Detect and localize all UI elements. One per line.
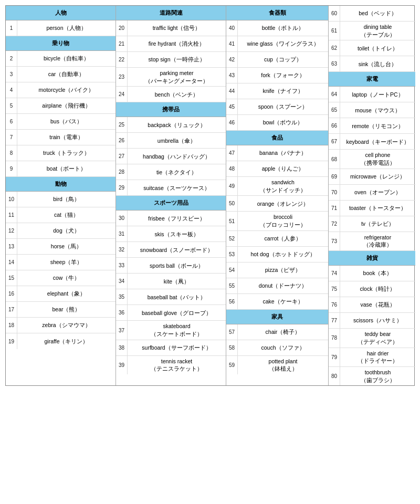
table-row: 9boat（ボート） bbox=[6, 161, 116, 177]
item-number: 10 bbox=[6, 192, 17, 207]
item-label: boat（ボート） bbox=[17, 161, 116, 176]
item-number: 23 bbox=[116, 68, 128, 86]
table-row: 61dining table（テーブル） bbox=[329, 22, 415, 40]
item-label: baseball bat（バット） bbox=[128, 289, 226, 304]
item-number: 61 bbox=[329, 22, 340, 40]
table-row: 47banana（バナナ） bbox=[226, 145, 328, 161]
table-row: 18zebra（シマウマ） bbox=[6, 318, 116, 333]
item-label: pizza（ピザ） bbox=[238, 262, 328, 278]
table-row: 7train（電車） bbox=[6, 130, 116, 145]
table-row: 17bear（熊） bbox=[6, 302, 116, 318]
item-number: 75 bbox=[329, 281, 340, 297]
table-row: 53hot dog（ホットドッグ） bbox=[226, 247, 328, 262]
item-label: tennis racket（テニスラケット） bbox=[128, 356, 226, 374]
item-number: 78 bbox=[329, 329, 340, 347]
item-label: remote（リモコン） bbox=[340, 118, 415, 133]
section-header: 乗り物 bbox=[6, 36, 116, 51]
table-row: 13horse（馬） bbox=[6, 239, 116, 255]
item-number: 25 bbox=[116, 117, 128, 132]
item-number: 38 bbox=[116, 340, 128, 355]
item-label: sandwich（サンドイッチ） bbox=[238, 177, 328, 195]
item-number: 28 bbox=[116, 164, 128, 180]
item-label: chair（椅子） bbox=[238, 324, 328, 340]
item-number: 6 bbox=[6, 114, 17, 129]
item-number: 51 bbox=[226, 212, 238, 230]
item-label: stop sign（一時停止） bbox=[128, 52, 226, 67]
item-label: traffic light（信号） bbox=[128, 20, 226, 36]
table-row: 42cup（コップ） bbox=[226, 52, 328, 68]
table-row: 12dog（犬） bbox=[6, 223, 116, 239]
table-row: 79hair drier（ドライヤー） bbox=[329, 348, 415, 367]
item-label: banana（バナナ） bbox=[238, 145, 328, 161]
section-header: 携帯品 bbox=[116, 102, 226, 117]
item-label: tv（テレビ） bbox=[340, 216, 415, 232]
table-row: 44knife（ナイフ） bbox=[226, 83, 328, 99]
item-number: 52 bbox=[226, 231, 238, 246]
item-number: 77 bbox=[329, 313, 340, 328]
item-number: 8 bbox=[6, 145, 17, 161]
table-row: 50orange（オレンジ） bbox=[226, 196, 328, 212]
item-label: frisbee（フリスビー） bbox=[128, 211, 226, 226]
item-number: 30 bbox=[116, 211, 128, 226]
table-row: 22stop sign（一時停止） bbox=[116, 52, 226, 68]
item-number: 26 bbox=[116, 133, 128, 148]
item-label: bird（鳥） bbox=[17, 192, 116, 207]
item-label: bicycle（自転車） bbox=[17, 51, 116, 66]
item-number: 60 bbox=[329, 6, 340, 21]
item-number: 33 bbox=[116, 258, 128, 273]
item-number: 13 bbox=[6, 239, 17, 254]
item-label: umbrella（傘） bbox=[128, 133, 226, 148]
item-label: bed（ベッド） bbox=[340, 6, 415, 21]
item-number: 69 bbox=[329, 169, 340, 184]
table-row: 19giraffe（キリン） bbox=[6, 333, 116, 349]
table-row: 72tv（テレビ） bbox=[329, 216, 415, 232]
column-1: 人物1person（人物）乗り物2bicycle（自転車）3car（自動車）4m… bbox=[6, 6, 116, 385]
item-number: 5 bbox=[6, 98, 17, 113]
item-label: fork（フォーク） bbox=[238, 68, 328, 83]
table-row: 73refrigerator（冷蔵庫） bbox=[329, 232, 415, 251]
item-label: sports ball（ボール） bbox=[128, 258, 226, 273]
item-label: fire hydrant（消火栓） bbox=[128, 36, 226, 51]
item-label: bowl（ボウル） bbox=[238, 115, 328, 130]
item-label: toilet（トイレ） bbox=[340, 40, 415, 56]
section-header: 道路関連 bbox=[116, 6, 226, 20]
table-row: 67keyboard（キーボード） bbox=[329, 134, 415, 150]
item-number: 35 bbox=[116, 289, 128, 304]
item-number: 46 bbox=[226, 115, 238, 130]
item-number: 55 bbox=[226, 278, 238, 293]
table-row: 36baseball glove（グローブ） bbox=[116, 305, 226, 321]
table-row: 31skis（スキー板） bbox=[116, 226, 226, 242]
item-number: 17 bbox=[6, 302, 17, 317]
table-row: 75clock（時計） bbox=[329, 281, 415, 297]
table-row: 34kite（凧） bbox=[116, 274, 226, 289]
item-label: microwave（レンジ） bbox=[340, 169, 415, 184]
table-row: 69microwave（レンジ） bbox=[329, 169, 415, 185]
item-label: zebra（シマウマ） bbox=[17, 318, 116, 333]
item-label: clock（時計） bbox=[340, 281, 415, 297]
item-label: toothbrush（歯ブラシ） bbox=[340, 367, 415, 385]
table-row: 38surfboard（サーフボード） bbox=[116, 340, 226, 356]
table-row: 71toaster（トースター） bbox=[329, 201, 415, 216]
table-row: 40bottle（ボトル） bbox=[226, 20, 328, 36]
item-number: 14 bbox=[6, 255, 17, 270]
item-number: 68 bbox=[329, 150, 340, 168]
item-label: teddy bear（テディベア） bbox=[340, 329, 415, 347]
table-row: 48apple（りんご） bbox=[226, 161, 328, 177]
table-row: 43fork（フォーク） bbox=[226, 68, 328, 83]
item-label: carrot（人参） bbox=[238, 231, 328, 246]
item-number: 11 bbox=[6, 207, 17, 223]
item-number: 48 bbox=[226, 161, 238, 176]
table-row: 5airplane（飛行機） bbox=[6, 98, 116, 114]
item-label: scissors（ハサミ） bbox=[340, 313, 415, 328]
item-number: 44 bbox=[226, 83, 238, 99]
item-label: skateboard（スケートボード） bbox=[128, 321, 226, 339]
item-label: potted plant（鉢植え） bbox=[238, 356, 328, 374]
item-label: vase（花瓶） bbox=[340, 297, 415, 312]
column-3: 食器類40bottle（ボトル）41wine glass（ワイングラス）42cu… bbox=[226, 6, 329, 385]
item-number: 50 bbox=[226, 196, 238, 211]
item-number: 27 bbox=[116, 149, 128, 164]
item-number: 2 bbox=[6, 51, 17, 66]
table-row: 15cow（牛） bbox=[6, 270, 116, 286]
table-row: 56cake（ケーキ） bbox=[226, 294, 328, 310]
item-number: 1 bbox=[6, 20, 17, 36]
